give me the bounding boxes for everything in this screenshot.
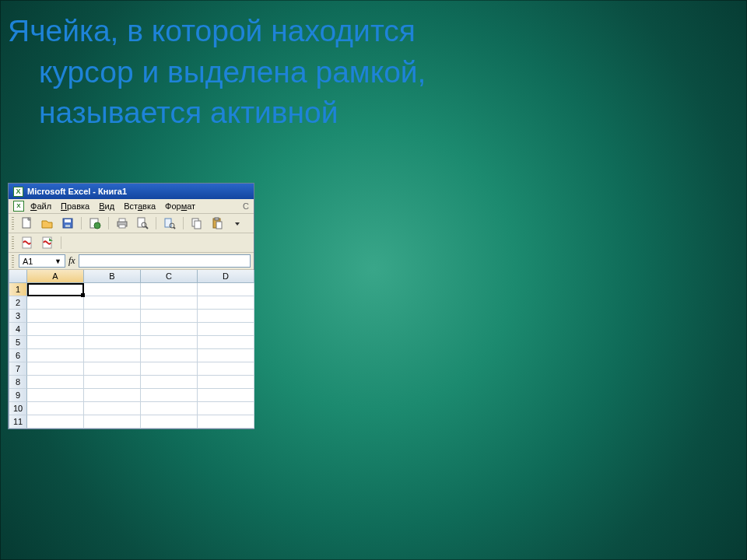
cell[interactable] <box>198 310 254 323</box>
cell[interactable] <box>198 336 254 349</box>
toolbar-grip[interactable] <box>12 255 14 268</box>
cell[interactable] <box>198 323 254 336</box>
cell[interactable] <box>84 415 141 429</box>
pdf-convert-icon[interactable] <box>39 235 56 250</box>
cell[interactable] <box>198 415 254 429</box>
cell[interactable] <box>84 323 141 336</box>
cell[interactable] <box>27 389 84 402</box>
row-header[interactable]: 10 <box>9 402 27 415</box>
cell[interactable] <box>141 323 198 336</box>
row-header[interactable]: 9 <box>9 389 27 402</box>
cell[interactable] <box>141 336 198 349</box>
cell[interactable] <box>84 283 141 296</box>
cell[interactable] <box>27 310 84 323</box>
column-header[interactable]: C <box>141 270 198 283</box>
row-header[interactable]: 4 <box>9 323 27 336</box>
svg-rect-7 <box>119 219 125 222</box>
row-header[interactable]: 6 <box>9 349 27 362</box>
permission-icon[interactable] <box>86 215 103 231</box>
cell[interactable] <box>84 296 141 310</box>
cell[interactable] <box>141 283 198 296</box>
cell[interactable] <box>141 362 198 376</box>
cell[interactable] <box>198 296 254 310</box>
cell[interactable] <box>27 296 84 310</box>
cell[interactable] <box>141 349 198 362</box>
row-header[interactable]: 5 <box>9 336 27 349</box>
active-cell[interactable] <box>27 283 84 296</box>
menu-format[interactable]: ФормФорматат <box>165 201 195 211</box>
separator <box>61 236 61 249</box>
cell[interactable] <box>84 362 141 376</box>
svg-rect-16 <box>195 221 201 229</box>
cell[interactable] <box>84 349 141 362</box>
cell[interactable] <box>27 362 84 376</box>
cell[interactable] <box>84 310 141 323</box>
cell[interactable] <box>84 376 141 389</box>
svg-rect-19 <box>216 222 222 229</box>
pdf-icon[interactable] <box>19 235 36 250</box>
cell[interactable] <box>141 310 198 323</box>
row-header[interactable]: 3 <box>9 310 27 323</box>
formula-input[interactable] <box>79 254 251 268</box>
excel-toolbar-pdf <box>9 233 254 253</box>
menu-view[interactable]: ВВидид <box>99 201 114 211</box>
cell[interactable] <box>27 336 84 349</box>
menu-edit[interactable]: ППравкаравка <box>61 201 89 211</box>
cell[interactable] <box>84 389 141 402</box>
cell[interactable] <box>27 415 84 429</box>
cell[interactable] <box>141 376 198 389</box>
cell[interactable] <box>27 323 84 336</box>
menu-overflow[interactable]: С <box>243 201 249 211</box>
svg-rect-12 <box>165 219 171 227</box>
select-all-corner[interactable] <box>9 270 27 283</box>
cell[interactable] <box>198 376 254 389</box>
separator <box>81 217 82 229</box>
cell[interactable] <box>198 389 254 402</box>
cell[interactable] <box>141 296 198 310</box>
paste-icon[interactable] <box>209 215 226 231</box>
row-header[interactable]: 1 <box>9 283 27 296</box>
cell[interactable] <box>141 415 198 429</box>
chevron-down-icon[interactable]: ▼ <box>54 257 61 265</box>
save-icon[interactable] <box>59 215 76 231</box>
open-icon[interactable] <box>39 215 56 231</box>
name-box-value: A1 <box>23 257 33 266</box>
toolbar-grip[interactable] <box>12 236 14 249</box>
menu-file[interactable]: ФФайлайл <box>30 201 51 211</box>
row-header[interactable]: 11 <box>9 415 27 429</box>
paste-dropdown-icon[interactable] <box>229 215 246 231</box>
cell[interactable] <box>198 362 254 376</box>
new-icon[interactable] <box>19 215 36 231</box>
svg-line-14 <box>174 227 175 229</box>
cell[interactable] <box>27 349 84 362</box>
row-header[interactable]: 8 <box>9 376 27 389</box>
title-line-2: курсор и выделена рамкой, <box>8 52 707 93</box>
cell[interactable] <box>141 402 198 415</box>
print-icon[interactable] <box>114 215 131 231</box>
cell[interactable] <box>27 376 84 389</box>
column-header[interactable]: A <box>27 270 84 283</box>
cell[interactable] <box>198 349 254 362</box>
cell[interactable] <box>198 283 254 296</box>
copy-icon[interactable] <box>188 215 205 231</box>
separator <box>108 217 109 229</box>
column-header[interactable]: D <box>198 270 254 283</box>
cell[interactable] <box>27 402 84 415</box>
cell[interactable] <box>141 389 198 402</box>
name-box[interactable]: A1 ▼ <box>19 254 65 268</box>
toolbar-grip[interactable] <box>12 217 14 229</box>
cell[interactable] <box>84 402 141 415</box>
cell[interactable] <box>198 402 254 415</box>
menu-insert[interactable]: ВстаВставкавка <box>124 201 156 211</box>
research-icon[interactable] <box>161 215 178 231</box>
fx-label[interactable]: fx <box>68 255 75 267</box>
workbook-icon: X <box>13 201 24 212</box>
cell[interactable] <box>84 336 141 349</box>
print-preview-icon[interactable] <box>134 215 151 231</box>
row-header[interactable]: 7 <box>9 362 27 376</box>
column-header[interactable]: B <box>84 270 141 283</box>
title-line-1: Ячейка, в которой находится <box>8 11 707 52</box>
excel-icon: X <box>13 187 23 197</box>
excel-titlebar: X Microsoft Excel - Книга1 <box>9 184 254 199</box>
row-header[interactable]: 2 <box>9 296 27 310</box>
